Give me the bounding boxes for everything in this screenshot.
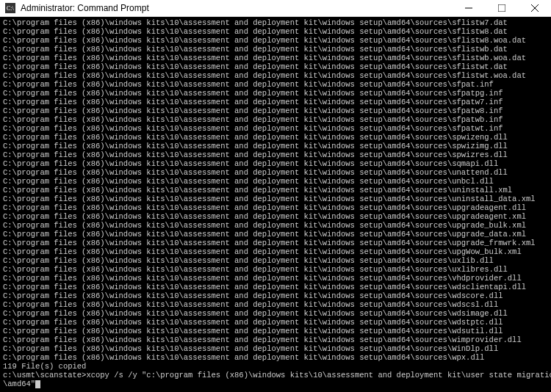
- console-line: C:\program files (x86)\windows kits\10\a…: [3, 300, 548, 309]
- console-line: C:\program files (x86)\windows kits\10\a…: [3, 309, 548, 318]
- window-controls: [452, 0, 551, 16]
- console-line: C:\program files (x86)\windows kits\10\a…: [3, 177, 548, 186]
- svg-text:C:\: C:\: [7, 5, 15, 12]
- svg-rect-3: [498, 4, 505, 12]
- console-line: C:\program files (x86)\windows kits\10\a…: [3, 353, 548, 362]
- console-line: C:\program files (x86)\windows kits\10\a…: [3, 283, 548, 291]
- maximize-button[interactable]: [485, 0, 518, 16]
- console-line: C:\program files (x86)\windows kits\10\a…: [3, 124, 548, 133]
- console-line: 119 File(s) copied: [3, 362, 548, 371]
- console-line: C:\program files (x86)\windows kits\10\a…: [3, 159, 548, 168]
- close-button[interactable]: [518, 0, 551, 16]
- console-line: C:\program files (x86)\windows kits\10\a…: [3, 168, 548, 177]
- console-line: C:\program files (x86)\windows kits\10\a…: [3, 98, 548, 106]
- console-line: C:\program files (x86)\windows kits\10\a…: [3, 230, 548, 239]
- console-line: C:\program files (x86)\windows kits\10\a…: [3, 239, 548, 247]
- window-title: Administrator: Command Prompt: [21, 3, 452, 13]
- prompt-line: c:\usmt\scanstate>xcopy /s /y "c:\progra…: [3, 371, 548, 380]
- console-line: C:\program files (x86)\windows kits\10\a…: [3, 195, 548, 203]
- console-line: C:\program files (x86)\windows kits\10\a…: [3, 318, 548, 327]
- cursor: [35, 380, 40, 388]
- console-line: C:\program files (x86)\windows kits\10\a…: [3, 212, 548, 221]
- console-line: C:\program files (x86)\windows kits\10\a…: [3, 247, 548, 256]
- console-line: C:\program files (x86)\windows kits\10\a…: [3, 203, 548, 212]
- console-line: C:\program files (x86)\windows kits\10\a…: [3, 150, 548, 159]
- console-line: C:\program files (x86)\windows kits\10\a…: [3, 80, 548, 89]
- console-line: C:\program files (x86)\windows kits\10\a…: [3, 335, 548, 344]
- cmd-icon: C:\: [4, 2, 16, 14]
- console-line: C:\program files (x86)\windows kits\10\a…: [3, 291, 548, 300]
- minimize-button[interactable]: [452, 0, 485, 16]
- console-line: C:\program files (x86)\windows kits\10\a…: [3, 221, 548, 230]
- console-line: C:\program files (x86)\windows kits\10\a…: [3, 54, 548, 62]
- console-line: C:\program files (x86)\windows kits\10\a…: [3, 115, 548, 124]
- console-line: C:\program files (x86)\windows kits\10\a…: [3, 186, 548, 195]
- console-line: C:\program files (x86)\windows kits\10\a…: [3, 45, 548, 54]
- console-line: C:\program files (x86)\windows kits\10\a…: [3, 327, 548, 335]
- console-line: C:\program files (x86)\windows kits\10\a…: [3, 89, 548, 98]
- console-line: C:\program files (x86)\windows kits\10\a…: [3, 133, 548, 142]
- title-bar: C:\ Administrator: Command Prompt: [0, 0, 551, 17]
- console-line: C:\program files (x86)\windows kits\10\a…: [3, 142, 548, 150]
- console-line: C:\program files (x86)\windows kits\10\a…: [3, 27, 548, 36]
- console-output[interactable]: C:\program files (x86)\windows kits\10\a…: [0, 17, 551, 392]
- console-line: C:\program files (x86)\windows kits\10\a…: [3, 71, 548, 80]
- console-line: C:\program files (x86)\windows kits\10\a…: [3, 106, 548, 115]
- prompt-line-cont: \amd64": [3, 380, 548, 388]
- console-line: C:\program files (x86)\windows kits\10\a…: [3, 62, 548, 71]
- console-line: C:\program files (x86)\windows kits\10\a…: [3, 344, 548, 353]
- console-line: C:\program files (x86)\windows kits\10\a…: [3, 265, 548, 274]
- console-line: C:\program files (x86)\windows kits\10\a…: [3, 274, 548, 283]
- console-line: C:\program files (x86)\windows kits\10\a…: [3, 18, 548, 27]
- console-line: C:\program files (x86)\windows kits\10\a…: [3, 36, 548, 45]
- console-line: C:\program files (x86)\windows kits\10\a…: [3, 256, 548, 265]
